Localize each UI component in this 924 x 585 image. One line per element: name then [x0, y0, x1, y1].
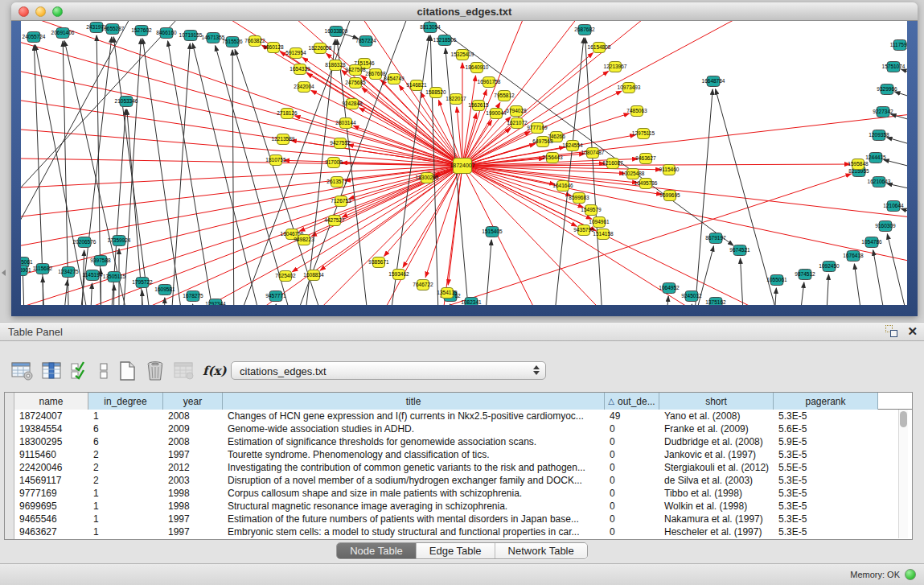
column-header-short[interactable]: short	[659, 393, 774, 410]
table-cell: Hescheler et al. (1997)	[659, 525, 774, 538]
table-body[interactable]: 1872400712008Changes of HCN gene express…	[14, 410, 912, 539]
close-panel-icon[interactable]: ✕	[907, 325, 918, 337]
column-header-name[interactable]: name	[14, 393, 88, 410]
table-cell: 1998	[163, 487, 223, 500]
table-selector-dropdown[interactable]: citations_edges.txt	[231, 361, 546, 380]
table-toolbar: f(x)	[11, 357, 227, 385]
svg-text:1092450: 1092450	[819, 263, 840, 269]
table-mode-icon[interactable]	[11, 359, 34, 383]
table-panel: Table Panel ✕	[0, 322, 924, 563]
svg-text:9860128: 9860128	[263, 44, 284, 50]
svg-text:16495786: 16495786	[634, 180, 658, 186]
table-row[interactable]: 1830029562008Estimation of significance …	[14, 435, 912, 448]
table-cell: Corpus callosum shape and size in male p…	[223, 487, 605, 500]
svg-text:6216087: 6216087	[602, 160, 623, 166]
table-row[interactable]: 946554611997Estimation of the future num…	[14, 513, 912, 525]
citation-network-graph[interactable]: 2405572420691406243197110655287152760284…	[21, 21, 907, 305]
svg-text:9435796: 9435796	[573, 227, 594, 233]
float-panel-icon[interactable]	[885, 325, 897, 337]
svg-text:1292344: 1292344	[205, 301, 226, 305]
window-title: citations_edges.txt	[11, 6, 918, 18]
window-titlebar[interactable]: citations_edges.txt	[11, 2, 918, 21]
column-header-title[interactable]: title	[223, 393, 605, 410]
svg-text:9245012: 9245012	[681, 293, 702, 299]
table-row[interactable]: 1456911722003Disruption of a novel membe…	[14, 474, 912, 487]
table-cell: 6	[88, 422, 163, 435]
scrollbar-thumb[interactable]	[900, 411, 907, 427]
table-cell: 6	[88, 435, 163, 448]
svg-text:7515526: 7515526	[222, 39, 243, 44]
table-cell: 0	[605, 461, 659, 474]
delete-column-icon[interactable]	[145, 359, 166, 383]
table-row[interactable]: 977716911998Corpus callosum shape and si…	[14, 487, 912, 500]
dropdown-arrows-icon	[533, 365, 540, 375]
svg-text:3915901: 3915901	[21, 267, 31, 273]
table-cell: 49	[605, 410, 659, 422]
svg-text:2475685: 2475685	[345, 80, 366, 85]
table-cell: 5.5E-5	[774, 461, 878, 474]
table-cell: 1	[88, 500, 163, 513]
svg-text:7126753: 7126753	[331, 198, 351, 204]
table-vertical-scrollbar[interactable]	[898, 410, 908, 538]
table-row[interactable]: 969969511998Structural magnetic resonanc…	[14, 500, 912, 513]
table-cell: 1	[88, 513, 163, 525]
svg-text:9674521: 9674521	[729, 247, 750, 253]
tab-node-table[interactable]: Node Table	[337, 543, 417, 558]
svg-text:9777169: 9777169	[527, 125, 548, 130]
table-cell: 0	[605, 525, 659, 538]
table-cell: 9699695	[14, 500, 88, 513]
table-cell: 9777169	[14, 487, 88, 500]
svg-text:1210644: 1210644	[883, 203, 904, 208]
table-cell: 19384554	[14, 422, 88, 435]
network-view-window: citations_edges.txt 24055724206914062431…	[11, 2, 918, 316]
table-row[interactable]: 1938455462009Genome-wide association stu…	[14, 422, 912, 435]
svg-text:2803144: 2803144	[335, 120, 356, 126]
svg-text:2342004: 2342004	[294, 84, 314, 89]
memory-ok-indicator[interactable]	[905, 569, 916, 580]
select-visible-columns-icon[interactable]	[71, 359, 90, 383]
table-cell: Nakamura et al. (1997)	[659, 513, 774, 525]
create-column-icon[interactable]	[117, 359, 137, 383]
table-cell: 5.3E-5	[774, 410, 878, 422]
table-cell: 5.9E-5	[774, 435, 878, 448]
table-cell: Estimation of the future numbers of pati…	[223, 513, 605, 525]
row-options-icon[interactable]	[98, 359, 109, 383]
table-cell: 2012	[163, 461, 223, 474]
table-cell: 5.3E-5	[774, 525, 878, 538]
svg-text:1678275: 1678275	[183, 293, 203, 299]
delete-table-icon	[174, 359, 195, 383]
column-header-pagerank[interactable]: pagerank	[774, 393, 878, 410]
svg-text:1824554: 1824554	[562, 142, 583, 148]
attribute-table: namein_degreeyeartitle△out_de...shortpag…	[4, 392, 913, 540]
svg-text:8679197: 8679197	[705, 235, 726, 241]
svg-text:6497568: 6497568	[532, 138, 553, 144]
tab-network-table[interactable]: Network Table	[495, 543, 587, 558]
svg-text:2687682: 2687682	[574, 27, 595, 32]
column-header-in-degree[interactable]: in_degree	[88, 393, 163, 410]
show-columns-icon[interactable]	[42, 359, 63, 383]
table-cell: 2003	[163, 474, 223, 487]
svg-text:1654339: 1654339	[290, 66, 310, 72]
table-cell: Estimation of significance thresholds fo…	[223, 435, 605, 448]
svg-text:6794028: 6794028	[506, 108, 527, 113]
table-cell: Dudbridge et al. (2008)	[659, 435, 774, 448]
column-header-out-de-[interactable]: △out_de...	[605, 393, 659, 410]
svg-text:20691406: 20691406	[51, 30, 75, 35]
table-cell: Franke et al. (2009)	[659, 422, 774, 435]
svg-text:1244415: 1244415	[865, 154, 886, 160]
table-cell: 2	[88, 461, 163, 474]
function-builder-icon[interactable]: f(x)	[203, 359, 227, 383]
table-row[interactable]: 946362711997Embryonic stem cells: a mode…	[14, 525, 912, 538]
network-canvas[interactable]: 2405572420691406243197110655287152760284…	[21, 21, 907, 305]
tab-edge-table[interactable]: Edge Table	[417, 543, 495, 558]
sort-ascending-icon: △	[608, 397, 614, 406]
column-header-year[interactable]: year	[163, 393, 223, 410]
svg-text:1676418: 1676418	[843, 253, 864, 258]
svg-text:20206576: 20206576	[73, 239, 97, 245]
svg-text:18300295: 18300295	[416, 175, 439, 180]
table-row[interactable]: 911546021997Tourette syndrome. Phenomeno…	[14, 448, 912, 461]
table-row[interactable]: 1872400712008Changes of HCN gene express…	[14, 410, 912, 422]
table-row[interactable]: 2242004622012Investigating the contribut…	[14, 461, 912, 474]
svg-text:17359924: 17359924	[108, 237, 131, 243]
table-panel-titlebar[interactable]: Table Panel ✕	[0, 322, 924, 341]
